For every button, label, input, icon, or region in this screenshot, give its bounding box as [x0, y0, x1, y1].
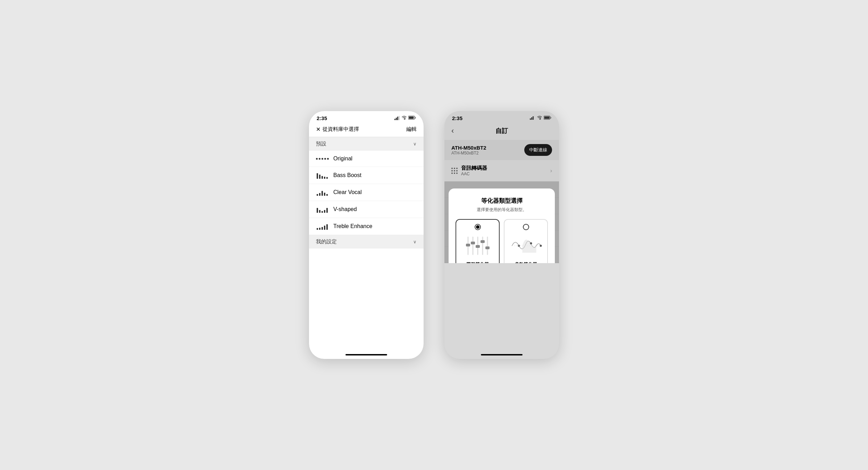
v-shaped-icon	[316, 206, 328, 213]
device-info-bar: ATH-M50xBT2 ATH-M50xBT2 中斷連線	[444, 140, 559, 160]
clear-vocal-icon	[316, 189, 328, 196]
list-item[interactable]: Clear Vocal	[309, 184, 424, 201]
right-time: 2:35	[452, 115, 462, 121]
home-indicator	[345, 354, 387, 355]
graphic-eq-name: 圖形等化器	[459, 261, 496, 263]
my-settings-chevron-icon: ∨	[413, 239, 417, 244]
left-phone: 2:35 ✕ 從資料庫中選擇 編輯 預設 ∨	[309, 111, 424, 359]
right-phone: 2:35 ‹ 自訂 ATH-M50xBT2 ATH-M50xBT2 中斷連線	[444, 111, 559, 359]
graphic-eq-visual	[459, 234, 496, 258]
codec-title: 音訊轉碼器	[461, 165, 487, 171]
preset-section-label: 預設	[316, 141, 326, 147]
svg-rect-11	[544, 117, 550, 119]
grid-icon	[451, 168, 458, 174]
parametric-eq-name: 參數等化器	[507, 261, 544, 263]
original-icon	[316, 158, 328, 160]
graphic-eq-svg	[464, 235, 492, 256]
list-item[interactable]: Bass Boost	[309, 167, 424, 184]
parametric-eq-visual	[507, 234, 544, 258]
parametric-eq-svg	[507, 235, 544, 256]
svg-rect-9	[534, 116, 535, 120]
right-battery-icon	[544, 116, 551, 121]
back-button[interactable]: ‹	[451, 126, 454, 135]
svg-rect-20	[481, 240, 485, 243]
close-button[interactable]: ✕ 從資料庫中選擇	[316, 126, 359, 133]
svg-rect-7	[531, 117, 532, 120]
preset-original-label: Original	[333, 156, 352, 162]
svg-rect-5	[409, 117, 414, 119]
left-status-icons	[394, 116, 416, 121]
modal-title: 等化器類型選擇	[456, 197, 548, 205]
svg-point-23	[530, 242, 532, 244]
preset-bass-boost-label: Bass Boost	[333, 172, 361, 178]
disconnect-button[interactable]: 中斷連線	[524, 144, 552, 156]
right-status-bar: 2:35	[444, 111, 559, 123]
modal-subtitle: 選擇要使用的等化器類型。	[456, 207, 548, 213]
treble-enhance-icon	[316, 223, 328, 230]
svg-rect-19	[476, 245, 480, 248]
left-header: ✕ 從資料庫中選擇 編輯	[309, 123, 424, 137]
battery-icon	[408, 116, 416, 121]
svg-rect-8	[533, 116, 534, 120]
preset-chevron-icon: ∨	[413, 141, 417, 146]
codec-left: 音訊轉碼器 AAC	[451, 165, 487, 176]
close-icon: ✕	[316, 126, 320, 133]
codec-value: AAC	[461, 171, 487, 176]
graphic-eq-radio	[475, 224, 481, 230]
my-settings-section-header[interactable]: 我的設定 ∨	[309, 235, 424, 249]
right-header: ‹ 自訂	[444, 123, 559, 140]
svg-rect-17	[466, 244, 470, 246]
header-title: 從資料庫中選擇	[323, 126, 359, 133]
graphic-eq-option[interactable]: 圖形等化器 以直覺的方式調整增益，輕以快速進行等化器調整。	[456, 219, 500, 263]
wifi-icon	[401, 116, 407, 121]
eq-type-options: 圖形等化器 以直覺的方式調整增益，輕以快速進行等化器調整。	[456, 219, 548, 263]
preset-treble-enhance-label: Treble Enhance	[333, 223, 372, 229]
parametric-eq-option[interactable]: 參數等化器 視需要執行詳細的參數調整。	[504, 219, 548, 263]
svg-rect-6	[530, 118, 531, 120]
device-name: ATH-M50xBT2	[451, 145, 486, 151]
svg-rect-2	[397, 117, 398, 120]
left-time: 2:35	[317, 115, 327, 121]
right-header-title: 自訂	[495, 127, 508, 135]
svg-rect-3	[399, 116, 400, 120]
preset-v-shaped-label: V-shaped	[333, 206, 357, 212]
list-item[interactable]: Treble Enhance	[309, 218, 424, 235]
right-wifi-icon	[537, 116, 542, 121]
codec-chevron-icon: ›	[550, 168, 552, 174]
device-model: ATH-M50xBT2	[451, 151, 486, 156]
svg-rect-18	[471, 242, 475, 244]
svg-rect-0	[394, 119, 395, 120]
right-home-indicator	[481, 354, 523, 355]
codec-info: 音訊轉碼器 AAC	[461, 165, 487, 176]
list-item[interactable]: Original	[309, 151, 424, 167]
parametric-eq-radio	[523, 224, 529, 230]
right-status-icons	[530, 116, 551, 121]
device-info-text: ATH-M50xBT2 ATH-M50xBT2	[451, 145, 486, 156]
my-settings-label: 我的設定	[316, 238, 337, 245]
preset-clear-vocal-label: Clear Vocal	[333, 189, 362, 195]
bass-boost-icon	[316, 172, 328, 179]
left-status-bar: 2:35	[309, 111, 424, 123]
right-signal-icon	[530, 116, 535, 121]
list-item[interactable]: V-shaped	[309, 201, 424, 218]
svg-rect-21	[485, 246, 490, 249]
edit-button[interactable]: 編輯	[406, 126, 417, 133]
svg-rect-1	[396, 118, 397, 120]
signal-icon	[394, 116, 400, 121]
codec-row[interactable]: 音訊轉碼器 AAC ›	[444, 160, 559, 182]
eq-type-modal: 等化器類型選擇 選擇要使用的等化器類型。	[449, 188, 555, 263]
preset-section-header[interactable]: 預設 ∨	[309, 137, 424, 151]
